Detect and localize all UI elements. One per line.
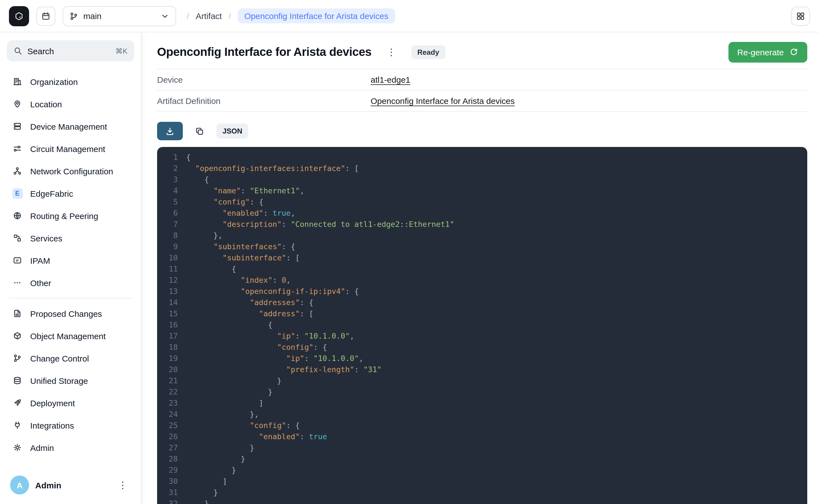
user-name: Admin [35, 480, 61, 490]
sidebar-item-object-management[interactable]: Object Management [7, 325, 134, 347]
code-text: "config": { [186, 420, 300, 431]
code-line: 17 "ip": "10.1.0.0", [157, 330, 807, 341]
code-text: "address": [ [186, 308, 313, 319]
line-number: 19 [157, 353, 178, 364]
sidebar-item-network-configuration[interactable]: Network Configuration [7, 160, 134, 182]
code-text: "enabled": true, [186, 207, 295, 218]
sidebar-item-label: Circuit Management [30, 144, 105, 153]
field-value-link[interactable]: Openconfig Interface for Arista devices [370, 96, 515, 106]
line-number: 9 [157, 241, 178, 252]
sidebar-item-proposed-changes[interactable]: Proposed Changes [7, 302, 134, 325]
code-text: "description": "Connected to atl1-edge2:… [186, 218, 454, 230]
field-row: Deviceatl1-edge1 [157, 69, 807, 91]
network-icon [12, 167, 23, 175]
line-number: 4 [157, 185, 178, 196]
code-text: ] [186, 397, 263, 408]
code-text: } [186, 442, 254, 453]
sidebar-item-label: Integrations [30, 420, 74, 430]
sidebar-item-integrations[interactable]: Integrations [7, 414, 134, 436]
calendar-button[interactable] [36, 6, 55, 25]
sidebar-item-label: Unified Storage [30, 376, 88, 385]
regenerate-label: Re-generate [737, 47, 784, 57]
code-line: 20 "prefix-length": "31" [157, 364, 807, 375]
sidebar-item-organization[interactable]: Organization [7, 70, 134, 93]
user-kebab-icon[interactable]: ⋮ [115, 478, 131, 492]
line-number: 18 [157, 341, 178, 353]
hexagon-logo-icon [15, 11, 23, 20]
title-kebab-icon[interactable]: ⋮ [386, 47, 396, 57]
search-icon [13, 46, 22, 55]
code-text: { [186, 263, 236, 274]
sidebar-item-device-management[interactable]: Device Management [7, 115, 134, 137]
apps-grid-button[interactable] [791, 6, 810, 25]
line-number: 10 [157, 252, 178, 263]
avatar: A [10, 476, 29, 495]
line-number: 31 [157, 487, 178, 498]
rocket-icon [12, 398, 23, 407]
code-text: { [186, 319, 272, 330]
apps-grid-icon [796, 11, 805, 20]
download-icon [165, 127, 174, 135]
search-input[interactable]: Search ⌘K [7, 40, 134, 61]
breadcrumb-current[interactable]: Openconfig Interface for Arista devices [237, 8, 395, 23]
sidebar-item-other[interactable]: Other [7, 272, 134, 294]
line-number: 20 [157, 364, 178, 375]
sidebar-item-change-control[interactable]: Change Control [7, 347, 134, 369]
code-line: 3 { [157, 174, 807, 185]
line-number: 27 [157, 442, 178, 453]
regenerate-button[interactable]: Re-generate [728, 42, 807, 62]
code-text: "name": "Ethernet1", [186, 185, 304, 196]
code-line: 2 "openconfig-interfaces:interface": [ [157, 163, 807, 174]
sidebar-item-services[interactable]: Services [7, 227, 134, 249]
code-text: }, [186, 230, 222, 241]
code-line: 11 { [157, 263, 807, 274]
sidebar-item-unified-storage[interactable]: Unified Storage [7, 369, 134, 392]
code-viewer[interactable]: 1{2 "openconfig-interfaces:interface": [… [157, 147, 807, 504]
sidebar-item-ipam[interactable]: IPIPAM [7, 249, 134, 272]
sidebar-item-admin[interactable]: Admin [7, 436, 134, 459]
code-text: { [186, 174, 209, 185]
line-number: 12 [157, 274, 178, 286]
sidebar-item-label: Proposed Changes [30, 309, 102, 318]
sidebar-item-routing-peering[interactable]: Routing & Peering [7, 205, 134, 227]
sidebar-item-deployment[interactable]: Deployment [7, 392, 134, 414]
sidebar-item-edgefabric[interactable]: EEdgeFabric [7, 182, 134, 205]
breadcrumb: / Artifact / Openconfig Interface for Ar… [187, 8, 395, 23]
search-label: Search [27, 46, 54, 56]
breadcrumb-item-artifact[interactable]: Artifact [196, 11, 222, 21]
refresh-icon [789, 47, 798, 56]
app-logo[interactable] [9, 6, 29, 26]
code-line: 22 } [157, 386, 807, 397]
code-text: "ip": "10.1.0.0", [186, 330, 354, 341]
code-line: 25 "config": { [157, 420, 807, 431]
code-text: } [186, 464, 236, 476]
git-branch-icon [69, 11, 78, 20]
code-line: 12 "index": 0, [157, 274, 807, 286]
code-text: "openconfig-if-ip:ipv4": { [186, 286, 359, 297]
code-line: 27 } [157, 442, 807, 453]
code-line: 15 "address": [ [157, 308, 807, 319]
sidebar-item-circuit-management[interactable]: Circuit Management [7, 137, 134, 160]
sidebar-item-location[interactable]: Location [7, 93, 134, 115]
line-number: 14 [157, 297, 178, 308]
code-text: } [186, 386, 272, 397]
code-text: "index": 0, [186, 274, 291, 286]
line-number: 32 [157, 498, 178, 504]
line-number: 5 [157, 196, 178, 207]
sidebar-item-label: Change Control [30, 353, 89, 363]
user-menu[interactable]: A Admin ⋮ [7, 473, 134, 497]
line-number: 26 [157, 431, 178, 442]
sidebar-item-label: Routing & Peering [30, 211, 98, 220]
field-value-link[interactable]: atl1-edge1 [370, 75, 411, 84]
copy-button[interactable] [191, 123, 208, 139]
branch-name: main [83, 11, 101, 21]
branch-icon [12, 354, 23, 363]
sidebar-item-label: Device Management [30, 122, 107, 131]
line-number: 25 [157, 420, 178, 431]
download-button[interactable] [157, 122, 183, 140]
sidebar-item-label: Services [30, 233, 62, 243]
branch-selector[interactable]: main [63, 6, 176, 26]
device-icon [12, 122, 23, 131]
sidebar-nav: OrganizationLocationDevice ManagementCir… [7, 70, 134, 459]
svg-text:IP: IP [16, 259, 19, 262]
